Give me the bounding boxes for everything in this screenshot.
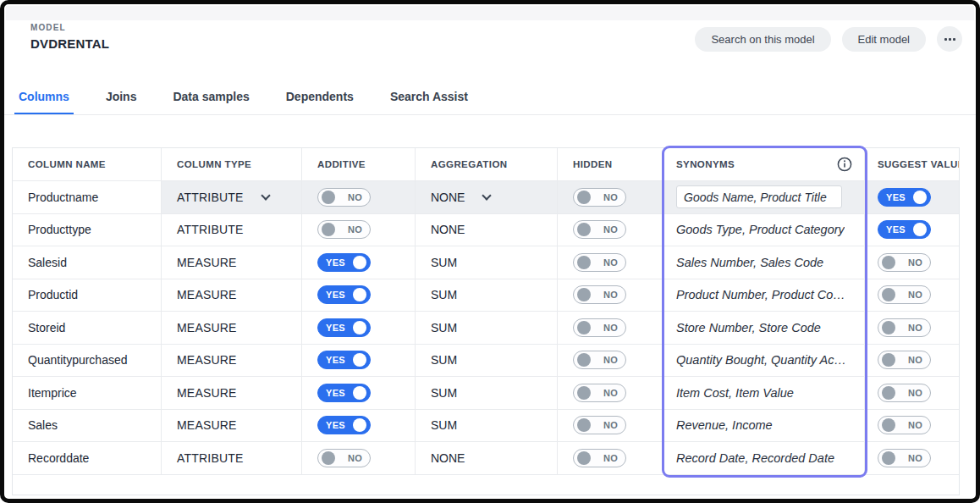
synonyms-cell[interactable]: Goods Type, Product Category — [664, 214, 865, 247]
hidden-toggle[interactable]: NO — [573, 220, 626, 239]
suggest-values-toggle[interactable]: NO — [878, 253, 931, 272]
tab-data-samples[interactable]: Data samples — [168, 86, 253, 115]
hidden-toggle[interactable]: NO — [573, 318, 626, 337]
suggest-values-toggle[interactable]: YES — [878, 188, 931, 207]
additive-toggle[interactable]: NO — [317, 220, 371, 239]
tab-joins[interactable]: Joins — [102, 86, 141, 115]
column-type-cell[interactable]: ATTRIBUTE — [162, 442, 302, 475]
additive-toggle[interactable]: YES — [317, 318, 371, 337]
table-row[interactable]: Productname ATTRIBUTE NO NONE NO — [13, 181, 959, 214]
column-name-cell[interactable]: Itemprice — [13, 377, 162, 410]
top-strip — [6, 6, 974, 20]
hidden-toggle[interactable]: NO — [573, 416, 626, 434]
tab-search-assist[interactable]: Search Assist — [386, 86, 472, 115]
column-name-cell[interactable]: Productid — [13, 279, 162, 312]
aggregation-cell[interactable]: NONE — [416, 181, 558, 214]
tab-columns[interactable]: Columns — [14, 86, 74, 115]
synonyms-cell[interactable]: Product Number, Product Co… — [664, 279, 865, 312]
additive-toggle[interactable]: YES — [317, 285, 371, 304]
aggregation-cell[interactable]: SUM — [416, 410, 558, 443]
synonyms-cell[interactable]: Sales Number, Sales Code — [664, 246, 865, 279]
column-type-cell[interactable]: MEASURE — [162, 345, 302, 378]
info-icon[interactable] — [837, 157, 852, 172]
tab-dependents[interactable]: Dependents — [282, 86, 358, 115]
column-name-cell[interactable]: Quantitypurchased — [13, 345, 162, 378]
suggest-values-toggle[interactable]: NO — [878, 449, 931, 467]
suggest-values-toggle[interactable]: YES — [878, 220, 931, 239]
toggle-knob — [913, 191, 927, 204]
toggle-knob — [882, 386, 895, 400]
suggest-values-toggle[interactable]: NO — [878, 285, 931, 304]
hidden-cell: NO — [558, 246, 664, 279]
column-name-cell[interactable]: Recorddate — [13, 442, 162, 475]
table-body: Productname ATTRIBUTE NO NONE NO — [13, 181, 959, 475]
table-row[interactable]: Producttype ATTRIBUTE NO NONE NO Goods T… — [13, 214, 959, 247]
hidden-cell: NO — [558, 377, 664, 410]
chevron-down-icon[interactable] — [261, 191, 270, 200]
aggregation-cell[interactable]: SUM — [416, 312, 558, 345]
table-row[interactable]: Storeid MEASURE YES SUM NO Store Number,… — [13, 312, 959, 345]
table-row[interactable]: Salesid MEASURE YES SUM NO Sales Number,… — [13, 246, 959, 279]
aggregation-cell[interactable]: NONE — [416, 442, 558, 475]
aggregation-cell[interactable]: SUM — [416, 246, 558, 279]
toggle-knob — [882, 418, 895, 432]
toggle-knob — [882, 321, 895, 334]
suggest-values-toggle[interactable]: NO — [878, 416, 931, 434]
header-aggregation: AGGREGATION — [416, 148, 558, 181]
synonyms-cell[interactable]: Item Cost, Item Value — [664, 377, 865, 410]
additive-toggle[interactable]: YES — [317, 253, 371, 272]
table-row[interactable]: Itemprice MEASURE YES SUM NO Item Cost, … — [13, 377, 959, 410]
hidden-toggle[interactable]: NO — [573, 384, 626, 402]
suggest-values-toggle[interactable]: NO — [878, 318, 931, 337]
table-row[interactable]: Productid MEASURE YES SUM NO Product Num… — [13, 279, 959, 312]
hidden-toggle[interactable]: NO — [573, 449, 626, 467]
edit-model-button[interactable]: Edit model — [842, 27, 926, 52]
aggregation-cell[interactable]: SUM — [416, 279, 558, 312]
synonyms-cell[interactable]: Record Date, Recorded Date — [664, 442, 865, 475]
column-name-cell[interactable]: Salesid — [13, 246, 162, 279]
column-type-cell[interactable]: MEASURE — [162, 410, 302, 443]
column-name-cell[interactable]: Producttype — [13, 214, 162, 247]
synonyms-cell[interactable]: Revenue, Income — [664, 410, 865, 443]
column-name-cell[interactable]: Productname — [13, 181, 162, 214]
suggest-values-cell: NO — [865, 312, 959, 345]
column-name-cell[interactable]: Sales — [13, 410, 162, 443]
toggle-knob — [353, 288, 366, 301]
aggregation-cell[interactable]: NONE — [416, 214, 558, 247]
additive-toggle[interactable]: NO — [317, 449, 371, 467]
synonyms-cell[interactable]: Store Number, Store Code — [664, 312, 865, 345]
column-name-cell[interactable]: Storeid — [13, 312, 162, 345]
table-row[interactable]: Sales MEASURE YES SUM NO Revenue, Income… — [13, 410, 959, 443]
column-type-cell[interactable]: ATTRIBUTE — [162, 214, 302, 247]
table-header-row: COLUMN NAME COLUMN TYPE ADDITIVE AGGREGA… — [13, 148, 959, 181]
column-type-cell[interactable]: MEASURE — [162, 377, 302, 410]
hidden-toggle[interactable]: NO — [573, 253, 626, 272]
additive-cell: YES — [302, 312, 416, 345]
chevron-down-icon[interactable] — [482, 191, 492, 200]
synonyms-input[interactable] — [676, 185, 842, 208]
hidden-toggle[interactable]: NO — [573, 285, 626, 304]
additive-toggle[interactable]: YES — [317, 384, 371, 402]
hidden-toggle[interactable]: NO — [573, 351, 626, 369]
suggest-values-toggle[interactable]: NO — [878, 384, 931, 402]
column-type-cell[interactable]: MEASURE — [162, 279, 302, 312]
toggle-knob — [882, 256, 895, 269]
ellipsis-icon — [949, 38, 951, 41]
column-type-cell[interactable]: MEASURE — [162, 246, 302, 279]
aggregation-cell[interactable]: SUM — [416, 345, 558, 378]
additive-toggle[interactable]: NO — [317, 188, 371, 207]
additive-toggle[interactable]: YES — [317, 416, 371, 434]
suggest-values-toggle[interactable]: NO — [878, 351, 931, 369]
search-on-model-button[interactable]: Search on this model — [695, 27, 830, 52]
column-type-cell[interactable]: ATTRIBUTE — [162, 181, 302, 214]
table-row[interactable]: Recorddate ATTRIBUTE NO NONE NO Record D… — [13, 442, 959, 475]
synonyms-cell[interactable]: Quantity Bought, Quantity Ac… — [664, 345, 865, 378]
header-suggest-values: SUGGEST VALUES — [865, 148, 959, 181]
aggregation-cell[interactable]: SUM — [416, 377, 558, 410]
additive-toggle[interactable]: YES — [317, 351, 371, 369]
hidden-toggle[interactable]: NO — [573, 188, 626, 207]
column-type-cell[interactable]: MEASURE — [162, 312, 302, 345]
toggle-knob — [577, 418, 591, 432]
more-options-button[interactable] — [937, 26, 962, 52]
table-row[interactable]: Quantitypurchased MEASURE YES SUM NO Qua… — [13, 345, 959, 378]
